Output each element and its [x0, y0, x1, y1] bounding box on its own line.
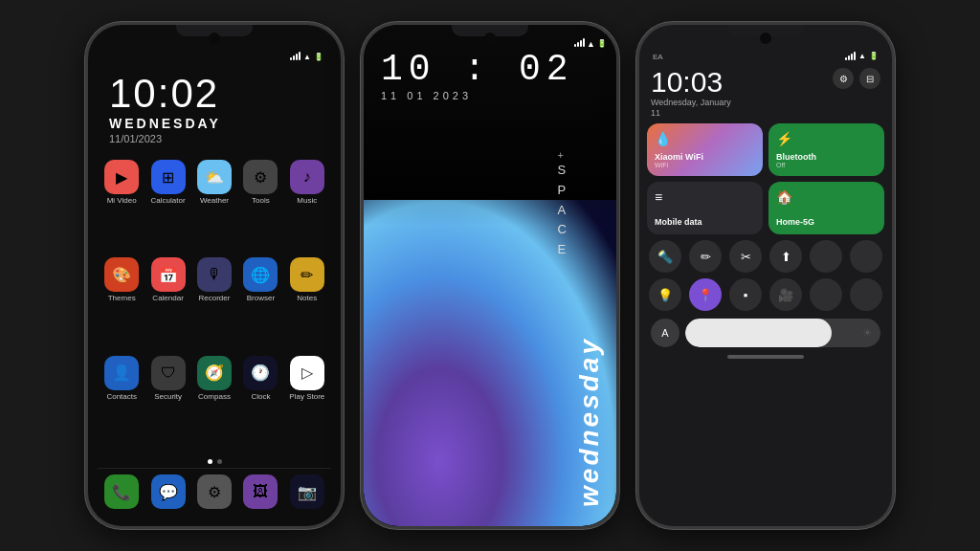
- p3-signal-icon: [845, 52, 856, 62]
- p3-bt-sub: Off: [776, 162, 877, 168]
- dock-gallery[interactable]: 🖼: [240, 474, 280, 509]
- p2-status-icons: ▲ 🔋: [574, 38, 607, 49]
- p3-clock: 10:03 Wednesday, January 11: [651, 68, 731, 118]
- p3-empty-btn4[interactable]: [850, 278, 882, 311]
- p3-tile-wifi[interactable]: 💧 Xiaomi WiFi WiFi: [647, 123, 763, 176]
- phone-2: ▲ 🔋 10 : 02 11 01 2023 + S P A: [361, 22, 619, 529]
- p3-brightness-icon: ☀: [862, 326, 873, 340]
- p3-status-bar: EA ▲ 🔋: [647, 52, 884, 62]
- p1-camera: [209, 33, 220, 44]
- p2-battery-icon: 🔋: [597, 39, 607, 48]
- p3-edit-icon[interactable]: ⊟: [859, 68, 880, 89]
- app-tools[interactable]: ⚙ Tools: [240, 160, 280, 252]
- p3-brightness-fill: [685, 319, 832, 347]
- p1-clock-widget: 10:02 WEDNESDAY 11/01/2023: [98, 66, 331, 152]
- app-recorder[interactable]: 🎙 Recorder: [194, 257, 234, 349]
- p3-empty-btn1[interactable]: [810, 240, 842, 273]
- p3-tile-bluetooth[interactable]: ⚡ Bluetooth Off: [768, 123, 884, 176]
- p2-plus-sign: +: [558, 149, 568, 161]
- dot-2: [217, 459, 222, 464]
- p3-empty-btn2[interactable]: [850, 240, 882, 273]
- p1-status-bar: ▲ 🔋: [98, 52, 331, 62]
- p3-tile-mobile-data[interactable]: ≡ Mobile data: [647, 182, 763, 234]
- dot-1: [208, 459, 212, 464]
- p2-wifi-icon: ▲: [587, 39, 595, 49]
- p3-scissors-btn[interactable]: ✂: [729, 240, 762, 273]
- app-security[interactable]: 🛡 Security: [147, 356, 188, 448]
- p1-app-grid: ▶ Mi Video ⊞ Calculator ⛅ Weather ⚙ Tool…: [98, 152, 331, 455]
- p3-video-btn[interactable]: 🎥: [769, 278, 802, 311]
- app-compass[interactable]: 🧭 Compass: [194, 356, 234, 448]
- p3-home-label: Home-5G: [776, 217, 877, 227]
- p3-pencil-btn[interactable]: ✏: [689, 240, 722, 273]
- phone-1: ▲ 🔋 10:02 WEDNESDAY 11/01/2023 ▶ Mi Vide…: [85, 22, 344, 529]
- p2-space-widget: + S P A C E: [558, 149, 568, 260]
- p2-camera: [484, 33, 496, 44]
- app-music[interactable]: ♪ Music: [287, 160, 327, 252]
- p3-tiles-top: 💧 Xiaomi WiFi WiFi ⚡ Bluetooth Off: [647, 123, 884, 234]
- signal-icon: [290, 52, 301, 62]
- p3-tile-home[interactable]: 🏠 Home-5G: [768, 182, 884, 234]
- p3-flashlight-btn[interactable]: 🔦: [649, 240, 681, 273]
- p3-bulb-btn[interactable]: 💡: [649, 278, 681, 311]
- p3-icon-grid-2: 💡 📍 ▪ 🎥: [647, 278, 884, 311]
- p3-bt-label: Bluetooth: [776, 152, 877, 162]
- dock-camera[interactable]: 📷: [287, 474, 327, 509]
- p3-home-bar: [727, 355, 804, 359]
- app-contacts[interactable]: 👤 Contacts: [101, 356, 142, 448]
- p2-clock-widget: 10 : 02 11 01 2023: [381, 52, 574, 101]
- p1-day: WEDNESDAY: [109, 116, 320, 131]
- dock-phone[interactable]: 📞: [101, 474, 142, 509]
- app-themes[interactable]: 🎨 Themes: [101, 257, 142, 349]
- p2-wednesday: WEDNESDAY: [574, 337, 605, 507]
- p1-status-icons: ▲ 🔋: [290, 52, 323, 62]
- wifi-icon: ▲: [303, 53, 311, 61]
- p3-brightness-row: A ☀: [647, 317, 884, 349]
- dock-settings[interactable]: ⚙: [194, 474, 234, 509]
- p2-date: 11 01 2023: [381, 90, 574, 101]
- p3-location-btn[interactable]: 📍: [689, 278, 722, 311]
- app-weather[interactable]: ⛅ Weather: [194, 160, 234, 252]
- p2-signal-icon: [574, 38, 585, 49]
- p1-date: 11/01/2023: [109, 133, 320, 144]
- p2-time: 10 : 02: [381, 52, 574, 88]
- p3-upload-btn[interactable]: ⬆: [769, 240, 802, 273]
- p3-bt-icon: ⚡: [776, 131, 877, 146]
- phones-container: ▲ 🔋 10:02 WEDNESDAY 11/01/2023 ▶ Mi Vide…: [0, 0, 980, 551]
- p2-space-letters: S P A C E: [558, 161, 568, 260]
- dock-messages[interactable]: 💬: [147, 474, 188, 509]
- p3-wifi-sub: WiFi: [655, 162, 755, 168]
- p3-header: 10:03 Wednesday, January 11 ⚙ ⊟: [647, 66, 884, 123]
- app-mi-video[interactable]: ▶ Mi Video: [101, 160, 142, 252]
- p3-empty-btn3[interactable]: [810, 278, 842, 311]
- p1-time: 10:02: [109, 74, 320, 114]
- p3-data-label: Mobile data: [655, 217, 755, 227]
- p3-camera: [760, 33, 771, 44]
- p1-page-dots: [98, 455, 331, 468]
- p3-icon-grid-1: 🔦 ✏ ✂ ⬆: [647, 240, 884, 273]
- app-clock[interactable]: 🕐 Clock: [240, 356, 280, 448]
- p3-av-button[interactable]: A: [651, 319, 679, 347]
- p3-battery-icon: 🔋: [869, 52, 879, 62]
- p3-status-icons: ▲ 🔋: [845, 52, 879, 62]
- p1-dock: 📞 💬 ⚙ 🖼 📷: [98, 468, 331, 517]
- p3-carrier: EA: [653, 53, 663, 61]
- p3-date: Wednesday, January: [651, 98, 731, 107]
- app-notes[interactable]: ✏ Notes: [287, 257, 327, 349]
- app-calculator[interactable]: ⊞ Calculator: [147, 160, 188, 252]
- p3-settings-icon[interactable]: ⚙: [833, 68, 854, 89]
- phone-3: EA ▲ 🔋: [636, 22, 895, 529]
- p3-date2: 11: [651, 108, 731, 118]
- phone2-screen: ▲ 🔋 10 : 02 11 01 2023 + S P A: [364, 25, 616, 526]
- p3-wifi-icon: ▲: [858, 52, 866, 62]
- app-calendar[interactable]: 📅 Calendar: [147, 257, 188, 349]
- phone1-screen: ▲ 🔋 10:02 WEDNESDAY 11/01/2023 ▶ Mi Vide…: [88, 25, 341, 526]
- p3-header-icons: ⚙ ⊟: [833, 68, 880, 89]
- app-browser[interactable]: 🌐 Browser: [240, 257, 280, 349]
- p3-wifi-tile-icon: 💧: [655, 131, 755, 146]
- p3-brightness-slider[interactable]: ☀: [685, 319, 880, 347]
- p3-home-icon: 🏠: [776, 189, 877, 205]
- battery-icon: 🔋: [314, 53, 323, 61]
- p3-square-btn[interactable]: ▪: [729, 278, 762, 311]
- app-play-store[interactable]: ▷ Play Store: [287, 356, 327, 448]
